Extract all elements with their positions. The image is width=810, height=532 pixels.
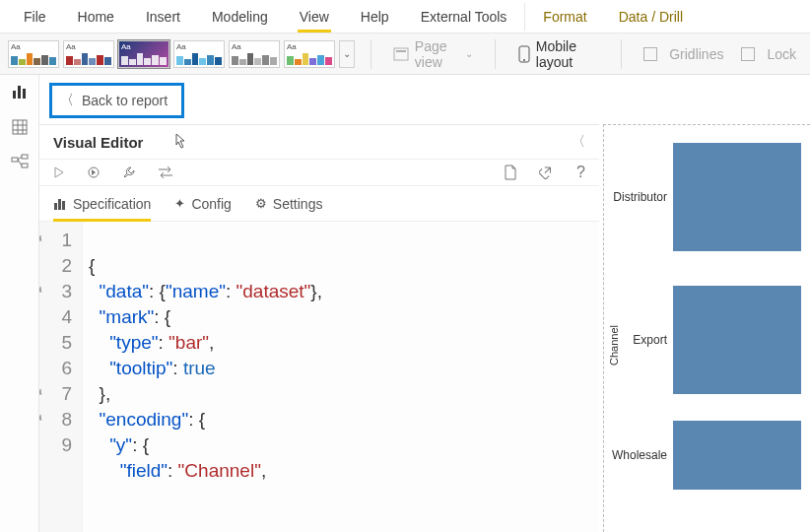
theme-swatch[interactable]: Aa bbox=[229, 40, 280, 68]
category-label: Wholesale bbox=[604, 448, 673, 462]
tab-settings[interactable]: ⚙ Settings bbox=[255, 186, 323, 221]
back-label: Back to report bbox=[82, 93, 168, 108]
svg-rect-0 bbox=[394, 48, 408, 60]
bar bbox=[673, 421, 801, 490]
svg-rect-5 bbox=[18, 86, 21, 99]
collapse-pane-button[interactable]: 〈 bbox=[572, 133, 585, 151]
theme-aa: Aa bbox=[66, 42, 76, 51]
page-view-label: Page view bbox=[415, 38, 458, 70]
back-to-report-button[interactable]: 〈 Back to report bbox=[49, 83, 184, 118]
bar bbox=[673, 286, 801, 394]
menu-home[interactable]: Home bbox=[62, 0, 130, 33]
theme-aa: Aa bbox=[232, 42, 241, 51]
menu-view[interactable]: View bbox=[284, 0, 345, 33]
checkbox-icon bbox=[741, 47, 755, 61]
svg-point-3 bbox=[523, 59, 525, 61]
theme-aa: Aa bbox=[121, 42, 131, 51]
tab-specification[interactable]: Specification bbox=[53, 186, 151, 221]
code-text[interactable]: { "data": {"name": "dataset"}, "mark": {… bbox=[83, 222, 322, 532]
svg-rect-20 bbox=[62, 201, 65, 210]
mobile-layout-button[interactable]: Mobile layout bbox=[511, 40, 605, 68]
category-label: Distributor bbox=[604, 190, 673, 204]
menu-data-drill[interactable]: Data / Drill bbox=[603, 0, 699, 33]
data-view-icon[interactable] bbox=[11, 118, 29, 136]
swap-button[interactable] bbox=[158, 166, 173, 178]
menu-bar: File Home Insert Modeling View Help Exte… bbox=[0, 0, 810, 33]
line-gutter: 1 2 3 4 5 6 7 8 9 bbox=[39, 222, 83, 532]
parse-button[interactable] bbox=[87, 166, 101, 179]
bar bbox=[673, 143, 801, 251]
svg-rect-6 bbox=[23, 89, 26, 99]
checkbox-icon bbox=[643, 47, 657, 61]
page-view-button[interactable]: Page view ⌄ bbox=[387, 40, 480, 68]
theme-swatch[interactable]: Aa bbox=[63, 40, 114, 68]
y-axis-label: Channel bbox=[608, 325, 620, 366]
ribbon: Aa Aa Aa Aa Aa Aa ⌄ Page view ⌄ Mobile l… bbox=[0, 33, 810, 75]
bar-row: Wholesale bbox=[604, 411, 810, 499]
tab-config[interactable]: ✦ Config bbox=[174, 186, 231, 221]
chevron-left-icon: 〈 bbox=[60, 92, 74, 109]
gear-icon: ⚙ bbox=[255, 196, 267, 211]
help-button[interactable]: ? bbox=[576, 164, 585, 181]
theme-gallery: Aa Aa Aa Aa Aa Aa ⌄ bbox=[8, 40, 355, 68]
code-editor[interactable]: 1 2 3 4 5 6 7 8 9 { "data": {"name": "da… bbox=[39, 222, 599, 532]
svg-rect-7 bbox=[13, 120, 27, 134]
menu-modeling[interactable]: Modeling bbox=[196, 0, 284, 33]
svg-rect-14 bbox=[22, 164, 28, 167]
bar-row: Export bbox=[604, 268, 810, 411]
theme-swatch[interactable]: Aa bbox=[173, 40, 225, 68]
tab-label: Config bbox=[191, 196, 231, 212]
menu-external-tools[interactable]: External Tools bbox=[405, 0, 523, 33]
svg-rect-4 bbox=[13, 91, 16, 99]
theme-swatch[interactable]: Aa bbox=[284, 40, 335, 68]
lock-toggle[interactable]: Lock bbox=[735, 40, 802, 68]
page-view-icon bbox=[393, 46, 409, 62]
cursor-icon bbox=[172, 133, 188, 151]
tab-label: Specification bbox=[73, 196, 151, 212]
mobile-layout-label: Mobile layout bbox=[536, 38, 600, 70]
tab-label: Settings bbox=[273, 196, 323, 212]
theme-aa: Aa bbox=[11, 42, 21, 51]
svg-rect-13 bbox=[22, 155, 28, 159]
svg-rect-18 bbox=[54, 203, 57, 210]
theme-aa: Aa bbox=[287, 42, 297, 51]
new-spec-button[interactable] bbox=[504, 165, 517, 180]
theme-swatch-selected[interactable]: Aa bbox=[118, 40, 169, 68]
theme-more-button[interactable]: ⌄ bbox=[339, 40, 355, 68]
bar-row: Distributor bbox=[604, 125, 810, 268]
theme-swatch[interactable]: Aa bbox=[8, 40, 59, 68]
report-view-icon[interactable] bbox=[11, 83, 29, 100]
gridlines-toggle[interactable]: Gridlines bbox=[638, 40, 729, 68]
menu-file[interactable]: File bbox=[8, 0, 62, 33]
menu-format[interactable]: Format bbox=[527, 0, 602, 33]
chart-icon bbox=[53, 197, 67, 211]
chevron-down-icon: ⌄ bbox=[465, 48, 473, 59]
repair-button[interactable] bbox=[122, 166, 136, 179]
mobile-icon bbox=[517, 46, 530, 62]
left-rail bbox=[0, 75, 39, 532]
export-button[interactable] bbox=[539, 166, 555, 179]
run-button[interactable] bbox=[53, 166, 65, 178]
svg-line-16 bbox=[18, 160, 22, 166]
gridlines-label: Gridlines bbox=[669, 46, 723, 62]
theme-aa: Aa bbox=[176, 42, 186, 51]
editor-title: Visual Editor bbox=[53, 134, 143, 151]
model-view-icon[interactable] bbox=[11, 154, 29, 171]
svg-rect-12 bbox=[12, 158, 18, 162]
menu-insert[interactable]: Insert bbox=[130, 0, 196, 33]
lock-label: Lock bbox=[767, 46, 796, 62]
wand-icon: ✦ bbox=[174, 196, 185, 211]
svg-line-15 bbox=[18, 157, 22, 160]
menu-help[interactable]: Help bbox=[345, 0, 405, 33]
svg-rect-1 bbox=[396, 50, 406, 52]
svg-rect-19 bbox=[58, 199, 61, 210]
chart-preview: Channel Distributor Export Wholesale bbox=[603, 124, 810, 532]
